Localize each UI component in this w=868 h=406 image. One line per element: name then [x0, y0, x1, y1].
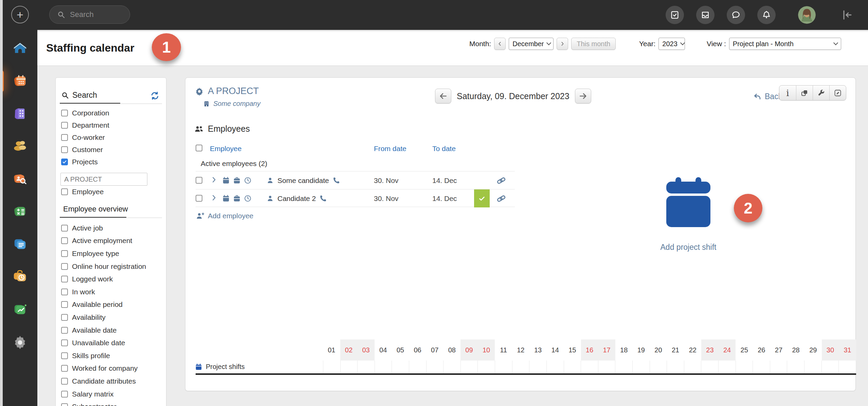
shift-cell-19[interactable] [633, 361, 650, 373]
tools-button[interactable] [813, 86, 829, 100]
chat-button[interactable] [727, 6, 745, 24]
shift-cell-17[interactable] [598, 361, 616, 373]
shift-cell-20[interactable] [650, 361, 667, 373]
shift-cell-31[interactable] [839, 361, 856, 373]
checkbox[interactable] [61, 237, 68, 244]
sidebar-item-coworkers[interactable] [12, 139, 28, 154]
filter-co-worker[interactable]: Co-worker [60, 131, 163, 144]
phone-icon[interactable] [332, 177, 340, 184]
day-05[interactable]: 05 [392, 339, 409, 361]
day-14[interactable]: 14 [546, 339, 564, 361]
add-employee-button[interactable]: Add employee [196, 211, 253, 220]
calendar-icon[interactable] [222, 195, 230, 202]
day-29[interactable]: 29 [804, 339, 822, 361]
checkbox[interactable] [61, 314, 68, 321]
day-18[interactable]: 18 [615, 339, 633, 361]
shift-cell-04[interactable] [375, 361, 392, 373]
day-26[interactable]: 26 [753, 339, 770, 361]
year-select[interactable]: 2023 [658, 38, 685, 50]
checkbox[interactable] [61, 276, 68, 282]
link-icon[interactable] [496, 176, 506, 186]
row-checkbox[interactable] [196, 195, 202, 202]
sidebar-item-documents[interactable] [12, 236, 28, 252]
shift-cell-13[interactable] [529, 361, 547, 373]
shift-cell-11[interactable] [495, 361, 512, 373]
shift-cell-12[interactable] [512, 361, 530, 373]
collapse-left-icon[interactable] [841, 9, 853, 21]
checkbox[interactable] [61, 352, 68, 359]
shift-cell-05[interactable] [392, 361, 409, 373]
day-01[interactable]: 01 [323, 339, 340, 361]
day-31[interactable]: 31 [839, 339, 856, 361]
day-02[interactable]: 02 [340, 339, 358, 361]
shift-cell-24[interactable] [719, 361, 736, 373]
filter-active-job[interactable]: Active job [60, 222, 163, 235]
sidebar-item-recruitment[interactable] [12, 171, 28, 187]
shift-cell-09[interactable] [461, 361, 478, 373]
filter-search-header[interactable]: Search [61, 91, 97, 100]
sidebar-item-staffing-calendar[interactable] [12, 73, 28, 89]
filter-department[interactable]: Department [60, 119, 163, 131]
add-project-shift-label[interactable]: Add project shift [637, 243, 739, 252]
shift-cell-21[interactable] [667, 361, 684, 373]
shift-cell-27[interactable] [770, 361, 788, 373]
checkbox[interactable] [61, 250, 68, 257]
sidebar-item-company[interactable] [12, 106, 28, 122]
filter-worked-for-company[interactable]: Worked for company [60, 362, 163, 375]
global-search-input[interactable]: Search [49, 5, 130, 24]
filter-unavailable-date[interactable]: Unavailable date [60, 336, 163, 349]
previous-day-button[interactable] [435, 89, 451, 104]
day-16[interactable]: 16 [581, 339, 598, 361]
column-employee[interactable]: Employee [210, 145, 374, 153]
sidebar-item-worktime[interactable] [12, 269, 28, 284]
day-03[interactable]: 03 [357, 339, 375, 361]
select-all-checkbox[interactable] [196, 145, 202, 151]
day-25[interactable]: 25 [736, 339, 753, 361]
add-button[interactable]: + [11, 6, 29, 23]
shift-cell-25[interactable] [736, 361, 753, 373]
this-month-button[interactable]: This month [571, 38, 616, 50]
clock-icon[interactable] [244, 195, 252, 202]
link-icon[interactable] [496, 193, 506, 204]
edit-button[interactable] [829, 86, 846, 100]
shift-cell-28[interactable] [787, 361, 804, 373]
shift-cell-26[interactable] [753, 361, 770, 373]
day-11[interactable]: 11 [495, 339, 512, 361]
day-17[interactable]: 17 [598, 339, 615, 361]
checkbox[interactable] [61, 146, 68, 153]
filter-projects[interactable]: Projects [60, 156, 163, 168]
filter-subcontractor[interactable]: Subcontractor [60, 400, 163, 406]
filter-in-work[interactable]: In work [60, 285, 163, 298]
view-select[interactable]: Project plan - Month [729, 38, 841, 50]
notifications-button[interactable] [757, 6, 776, 24]
filter-online-hour-registration[interactable]: Online hour registration [60, 260, 163, 273]
checkbox[interactable] [61, 110, 68, 116]
day-30[interactable]: 30 [822, 339, 839, 361]
add-project-shift-calendar-icon[interactable] [666, 177, 710, 227]
checkbox[interactable] [61, 159, 68, 165]
row-checkbox[interactable] [196, 177, 202, 184]
day-24[interactable]: 24 [719, 339, 736, 361]
from-date[interactable]: 30. Nov [374, 195, 432, 203]
checkbox[interactable] [61, 134, 68, 141]
filter-active-employment[interactable]: Active employment [60, 235, 163, 247]
shift-cell-03[interactable] [358, 361, 375, 373]
shift-cell-16[interactable] [581, 361, 598, 373]
month-select[interactable]: December [509, 38, 554, 50]
day-19[interactable]: 19 [633, 339, 650, 361]
confirm-button[interactable] [474, 189, 490, 207]
previous-month-button[interactable] [494, 38, 506, 50]
shift-cell-23[interactable] [701, 361, 719, 373]
checkbox[interactable] [61, 391, 68, 398]
briefcase-icon[interactable] [233, 195, 241, 202]
day-13[interactable]: 13 [529, 339, 547, 361]
checkbox[interactable] [61, 327, 68, 334]
back-button[interactable]: Back [753, 92, 782, 101]
inbox-button[interactable] [696, 6, 715, 24]
briefcase-icon[interactable] [233, 177, 241, 184]
checkbox[interactable] [61, 263, 68, 270]
project-company-row[interactable]: Some company [203, 100, 260, 108]
shift-cell-07[interactable] [427, 361, 444, 373]
column-from-date[interactable]: From date [374, 145, 432, 153]
shift-cell-30[interactable] [822, 361, 839, 373]
